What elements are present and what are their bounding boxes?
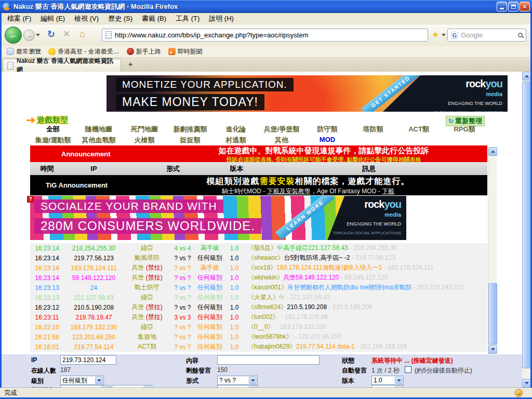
- url-dropdown-icon[interactable]: [442, 34, 446, 36]
- tig-line1: 模組類別遊戲需要安裝相關的檔案，遊戲才能進行。: [129, 175, 487, 187]
- player-name: 《habajim0629》: [248, 343, 296, 350]
- table-row[interactable]: 16:23:14 59.149.122.120 兵堡 (禁拉) ? vs ? 任…: [30, 273, 487, 283]
- table-row[interactable]: 16:23:14 219.77.56.123 颱風塔防 ? vs ? 任何級別 …: [30, 253, 487, 263]
- brand-word: rockyou: [364, 198, 401, 210]
- bookmark-star-icon[interactable]: ★: [432, 30, 439, 39]
- menu-item[interactable]: 檢視 (V): [71, 13, 102, 24]
- table-row[interactable]: 16:23:13 24 戰士防守 ? vs ? 任何級別 1.0 《kason0…: [30, 283, 487, 292]
- game-category-link[interactable]: 全部: [30, 124, 76, 135]
- menu-item[interactable]: 檔案 (F): [4, 13, 35, 24]
- game-type: 颱風塔防: [135, 254, 159, 261]
- arrow-up-icon: [491, 150, 495, 153]
- cell-level: 任何級別: [195, 283, 225, 292]
- table-row[interactable]: 16:18:01 219.77.54.114 ACT類 ? vs ? 任何級別 …: [30, 342, 487, 352]
- download-link[interactable]: 下載: [382, 188, 394, 195]
- bookmark-getting-started[interactable]: 新手上路: [125, 47, 163, 57]
- firefox-icon: [3, 3, 11, 11]
- search-icon[interactable]: [518, 33, 523, 37]
- forward-button[interactable]: →: [23, 30, 35, 41]
- reload-button[interactable]: ↻: [47, 29, 55, 40]
- menu-item[interactable]: 歷史 (S): [104, 13, 136, 24]
- game-type: 兵堡: [131, 264, 144, 271]
- scroll-up-button[interactable]: [488, 147, 497, 156]
- scrollbar-thumb[interactable]: [488, 283, 497, 344]
- content-input[interactable]: [217, 355, 320, 365]
- ad-banner-top[interactable]: MONETIZE YOUR APPLICATION. MAKE MONEY TO…: [107, 75, 508, 112]
- table-row[interactable]: 16:22:10 183.179.132.230 綠亞 ? vs ? 任何級別 …: [30, 322, 487, 332]
- new-tab-button[interactable]: +: [124, 60, 137, 70]
- scrollbar-thumb[interactable]: [522, 82, 531, 368]
- ad-banner-middle[interactable]: SOCIALIZE YOUR BRAND WITH 280M CONSUMERS…: [30, 196, 406, 240]
- bookmark-latest-news[interactable]: 即時新聞: [166, 47, 205, 57]
- game-category-link[interactable]: 塔防類: [350, 124, 396, 135]
- table-row[interactable]: 16:21:58 123.202.66.250 集遊地 ? vs ? 任何級別 …: [30, 332, 487, 342]
- cell-level: 任何級別: [195, 254, 225, 262]
- game-category-link[interactable]: 兵堡/爭堡類: [259, 124, 304, 135]
- window-title: Nakuz 樂古 香港人氣網遊攻略資訊網 - Mozilla Firefox: [14, 2, 178, 11]
- level-select-value: 任何級別: [62, 376, 87, 385]
- menu-item[interactable]: 說明 (H): [205, 13, 237, 24]
- game-category-link[interactable]: MOD: [304, 135, 350, 145]
- back-button[interactable]: ←: [5, 26, 22, 44]
- close-button[interactable]: ×: [520, 2, 530, 11]
- bookmark-golden[interactable]: 香港高登 - 全港最受…: [46, 47, 122, 57]
- game-category-link[interactable]: 其他血戰類: [76, 135, 122, 145]
- smiley-icon[interactable]: ☺: [515, 389, 523, 397]
- game-category-link[interactable]: 村逃類: [213, 135, 259, 145]
- ad-info-badge[interactable]: ?: [27, 196, 34, 203]
- ip-input[interactable]: [60, 355, 116, 365]
- table-row[interactable]: 16:23:14 218.254.255.30 綠亞 4 vs 4 高手級 1.…: [30, 243, 487, 253]
- level-select[interactable]: 任何級別: [60, 376, 104, 385]
- announcement-line1[interactable]: 如在遊戲中、對戰系統中發現違規事件，請點擊此行公告投訴: [160, 145, 487, 156]
- game-category-link[interactable]: 進化論: [213, 124, 259, 135]
- game-category-link[interactable]: 死鬥地圖: [122, 124, 167, 135]
- menu-item[interactable]: 書籤 (B): [138, 13, 170, 24]
- bookmark-most-visited[interactable]: 最常瀏覽: [5, 47, 43, 57]
- scroll-down-button[interactable]: [488, 345, 497, 354]
- auto-post-checkbox[interactable]: [405, 366, 411, 373]
- history-dropdown-icon[interactable]: [36, 34, 40, 36]
- mode-label: 形式: [186, 377, 198, 385]
- player-name: 《龍S且》: [248, 244, 277, 251]
- table-row[interactable]: 16:23:12 210.5.190.208 兵堡 (禁拉) ? vs ? 任何…: [30, 302, 487, 312]
- cell-ip: 24: [64, 284, 124, 291]
- url-bar[interactable]: http://www.nakuz.com/bbs/ip_exchange.php…: [102, 29, 428, 42]
- scroll-down-button[interactable]: [522, 379, 531, 388]
- game-category-link[interactable]: 新劇推薦類: [167, 124, 213, 135]
- game-category-link[interactable]: 其他: [259, 135, 304, 145]
- message-tail-ip: - 203.223.243.221: [411, 284, 464, 291]
- stop-button[interactable]: ✕: [63, 29, 70, 39]
- menu-item[interactable]: 編輯 (E): [37, 13, 69, 24]
- home-button[interactable]: ⌂: [79, 29, 85, 39]
- search-placeholder[interactable]: Google: [461, 31, 515, 39]
- list-scrollbar[interactable]: [488, 147, 497, 354]
- search-box[interactable]: G Google: [447, 29, 526, 42]
- game-category-link[interactable]: 火槍類: [122, 135, 167, 145]
- browser-scrollbar[interactable]: [522, 72, 531, 388]
- download-tutorial-link[interactable]: 下載及安裝教學: [267, 188, 311, 195]
- game-category-link[interactable]: RPG類: [442, 124, 487, 135]
- mode-select[interactable]: ? vs ?: [217, 376, 258, 385]
- cell-level: 任何級別: [195, 323, 225, 331]
- version-select[interactable]: 1.0: [371, 376, 404, 385]
- game-category-link[interactable]: ACT類: [396, 124, 442, 135]
- scroll-up-button[interactable]: [522, 72, 531, 81]
- table-row[interactable]: 16:23:13 221.127.58.43 綠亞 ? vs ? 任何級別 1.…: [30, 292, 487, 302]
- tab-active[interactable]: Nakuz 樂古 香港人氣網遊攻略資訊網: [3, 59, 121, 72]
- table-row[interactable]: 16:23:11 219.78.19.47 兵堡 (禁拉) 3 vs 3 任何級…: [30, 312, 487, 322]
- learn-more-ribbon[interactable]: LEARN MORE: [275, 196, 335, 240]
- game-category-link[interactable]: 捉捉類: [167, 135, 213, 145]
- minimize-button[interactable]: [497, 2, 507, 11]
- announcement-banner[interactable]: Announcement 如在遊戲中、對戰系統中發現違規事件，請點擊此行公告投訴…: [30, 145, 487, 162]
- game-category-link[interactable]: 隨機地圖: [76, 124, 122, 135]
- tig-label: TiG Announcement: [46, 181, 108, 189]
- maximize-button[interactable]: [508, 2, 518, 11]
- cell-game-type: 綠亞: [124, 323, 170, 331]
- url-text[interactable]: http://www.nakuz.com/bbs/ip_exchange.php…: [115, 31, 309, 39]
- game-category-link[interactable]: 防守類: [304, 124, 350, 135]
- refresh-icon: ↻: [448, 117, 454, 125]
- table-row[interactable]: 16:23:14 183.178.124.111 兵堡 (禁拉) ? vs ? …: [30, 263, 487, 273]
- game-category-link[interactable]: 集遊/運動類: [30, 135, 76, 145]
- menu-item[interactable]: 工具 (T): [172, 13, 203, 24]
- getting-started-icon: [127, 48, 134, 55]
